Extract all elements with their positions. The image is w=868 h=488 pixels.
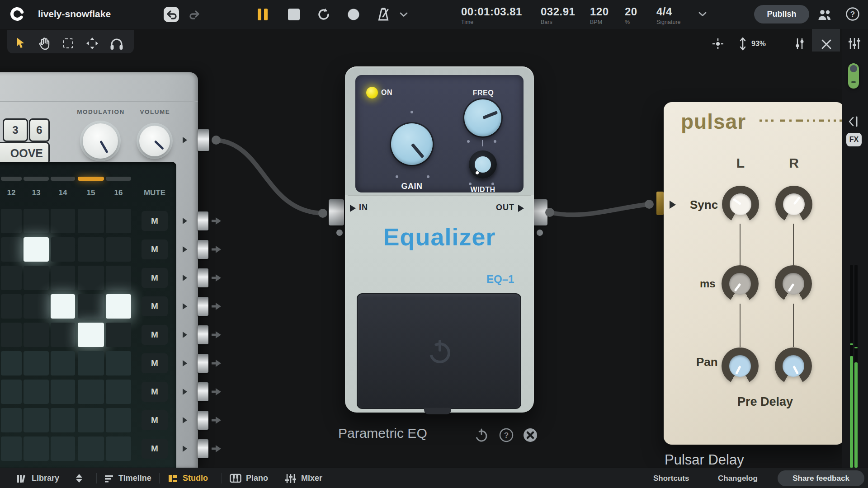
sync-right-knob[interactable]	[775, 186, 812, 223]
pulsar-delay-device[interactable]: pulsar L R Sync ms Pan	[664, 102, 844, 445]
step-cell[interactable]	[1, 294, 22, 319]
step-cell[interactable]	[78, 323, 104, 347]
mute-button[interactable]: M	[142, 439, 168, 459]
row-output-jack[interactable]	[198, 382, 208, 401]
step-page-segment[interactable]	[1, 177, 22, 181]
row-output-jack[interactable]	[198, 439, 208, 458]
step-cell[interactable]	[51, 380, 75, 404]
marquee-select-tool-icon[interactable]	[63, 38, 73, 48]
mute-button[interactable]: M	[142, 353, 168, 373]
mute-button[interactable]: M	[142, 410, 168, 430]
panel-collapse-control[interactable]	[76, 468, 82, 488]
step-cell[interactable]	[106, 436, 131, 461]
fx-badge[interactable]: FX	[846, 133, 862, 146]
step-cell[interactable]	[78, 436, 104, 461]
swing-display[interactable]: 20 %	[625, 5, 637, 25]
eq-delete-button[interactable]	[523, 427, 538, 443]
tab-studio[interactable]: Studio	[167, 468, 208, 488]
sync-left-knob[interactable]	[722, 186, 759, 223]
step-cell[interactable]	[51, 237, 75, 262]
select-tool-icon[interactable]	[14, 37, 25, 50]
time-display[interactable]: 00:01:03.81 Time	[461, 5, 522, 25]
ms-right-knob[interactable]	[775, 265, 812, 302]
step-page-segment[interactable]	[78, 177, 104, 181]
pan-left-knob[interactable]	[722, 347, 759, 385]
row-output-jack[interactable]	[198, 297, 208, 316]
headphones-tool-icon[interactable]	[110, 38, 123, 50]
collapse-panel-icon[interactable]	[848, 116, 860, 127]
eq-help-button[interactable]: ?	[499, 427, 514, 443]
mute-button[interactable]: M	[142, 239, 168, 259]
eq-bypass-button[interactable]	[474, 427, 489, 443]
mute-button[interactable]: M	[142, 211, 168, 231]
row-output-jack[interactable]	[198, 268, 208, 287]
pause-button[interactable]	[257, 8, 269, 21]
step-cell[interactable]	[24, 351, 49, 375]
step-cell[interactable]	[1, 380, 22, 404]
mute-button[interactable]: M	[142, 296, 168, 316]
step-cell[interactable]	[24, 294, 49, 319]
pulsar-input-jack[interactable]	[656, 192, 664, 215]
move-tool-icon[interactable]	[86, 37, 99, 50]
step-page-segment[interactable]	[51, 177, 75, 181]
step-cell[interactable]	[51, 408, 75, 432]
step-cell[interactable]	[78, 380, 104, 404]
tab-piano[interactable]: Piano	[230, 468, 268, 488]
row-output-jack[interactable]	[198, 411, 208, 430]
metronome-dropdown-chevron-icon[interactable]	[400, 12, 408, 17]
step-cell[interactable]	[106, 408, 131, 432]
step-cell[interactable]	[106, 323, 131, 347]
bpm-display[interactable]: 120 BPM	[590, 5, 609, 25]
mute-button[interactable]: M	[142, 268, 168, 288]
step-cell[interactable]	[1, 408, 22, 432]
tab-mixer[interactable]: Mixer	[285, 468, 322, 488]
eq-gain-knob[interactable]	[391, 123, 433, 165]
step-cell[interactable]	[24, 266, 49, 290]
step-cell[interactable]	[24, 237, 49, 262]
record-button[interactable]	[347, 8, 360, 21]
step-cell[interactable]	[106, 380, 131, 404]
monitor-toggle[interactable]	[848, 63, 859, 89]
step-cell[interactable]	[1, 209, 22, 233]
step-cell[interactable]	[1, 237, 22, 262]
eq-pedal-device[interactable]: ON FREQ GAIN WIDTH	[345, 66, 534, 413]
step-cell[interactable]	[1, 266, 22, 290]
step-cell[interactable]	[24, 436, 49, 461]
step-page-segment[interactable]	[106, 177, 131, 181]
tab-timeline[interactable]: Timeline	[104, 468, 151, 488]
step-cell[interactable]	[78, 351, 104, 375]
step-cell[interactable]	[106, 351, 131, 375]
step-cell[interactable]	[1, 351, 22, 375]
publish-button[interactable]: Publish	[754, 5, 809, 23]
bars-display[interactable]: 032.91 Bars	[541, 5, 575, 25]
help-icon[interactable]: ?	[845, 7, 860, 21]
collaborators-icon[interactable]	[817, 9, 832, 20]
eq-freq-knob[interactable]	[464, 99, 501, 136]
filter-settings-icon[interactable]	[794, 38, 806, 50]
step-cell[interactable]	[1, 436, 22, 461]
step-page-segment[interactable]	[24, 177, 49, 181]
loop-button[interactable]	[316, 7, 331, 22]
project-name[interactable]: lively-snowflake	[38, 9, 111, 19]
step-cell[interactable]	[78, 408, 104, 432]
undo-button[interactable]	[163, 6, 180, 23]
step-cell[interactable]	[78, 237, 104, 262]
mute-button[interactable]: M	[142, 382, 168, 402]
row-output-jack[interactable]	[198, 354, 208, 373]
redo-button[interactable]	[186, 6, 203, 23]
signature-display[interactable]: 4/4 Signature	[656, 5, 681, 25]
close-icon[interactable]	[821, 39, 832, 50]
step-cell[interactable]	[51, 436, 75, 461]
step-cell[interactable]	[51, 323, 75, 347]
step-cell[interactable]	[78, 294, 104, 319]
tab-library[interactable]: Library	[16, 468, 59, 488]
step-cell[interactable]	[51, 351, 75, 375]
step-cell[interactable]	[78, 209, 104, 233]
step-cell[interactable]	[78, 266, 104, 290]
step-cell[interactable]	[106, 266, 131, 290]
eq-stomp-pad[interactable]	[357, 293, 521, 409]
zoom-level-value[interactable]: 93%	[751, 40, 766, 48]
metronome-button[interactable]	[376, 7, 391, 21]
channel-settings-icon[interactable]	[848, 37, 861, 50]
step-cell[interactable]	[1, 323, 22, 347]
